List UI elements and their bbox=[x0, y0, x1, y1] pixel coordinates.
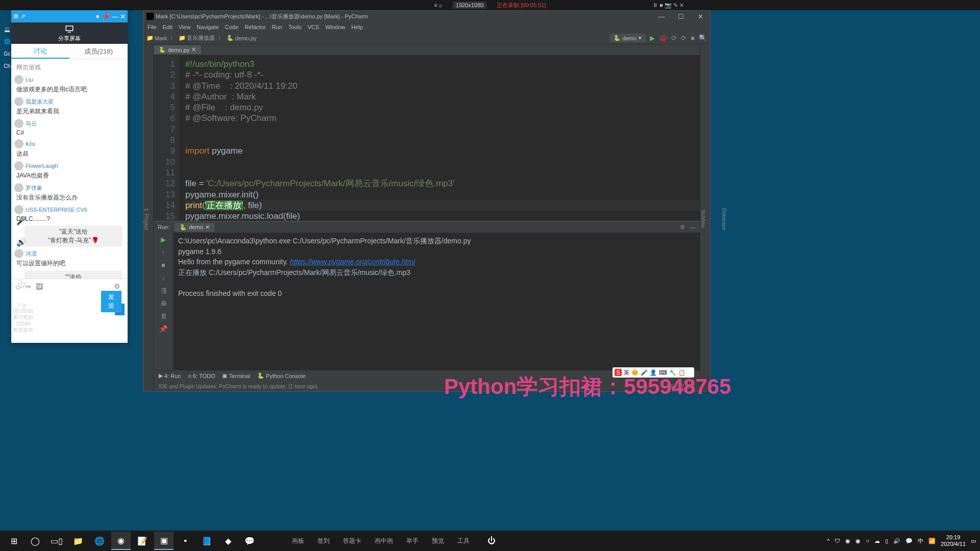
desktop-shortcuts: 💻🌐GcCh bbox=[2, 27, 12, 73]
chat-message: 罗佳豪没有音乐播放器怎么办 bbox=[14, 183, 125, 202]
stop-icon[interactable]: ■ bbox=[161, 261, 165, 269]
power-icon[interactable]: ⏻ bbox=[15, 279, 28, 291]
terminal-icon[interactable]: ▪ bbox=[176, 532, 195, 550]
svg-rect-0 bbox=[66, 26, 73, 31]
todo-tool-button[interactable]: ≡ 6: TODO bbox=[188, 373, 215, 379]
taskview-icon[interactable]: ▭▯ bbox=[47, 532, 66, 550]
pygame-link[interactable]: https://www.pygame.org/contribute.html bbox=[290, 258, 415, 266]
trash-icon[interactable]: 🗑 bbox=[160, 312, 167, 320]
power-icon[interactable]: ⏻ bbox=[482, 532, 501, 550]
resolution-badge: 980x551 bbox=[453, 2, 486, 9]
host-tool[interactable]: 工具 bbox=[457, 537, 470, 545]
menu-window[interactable]: Window bbox=[325, 24, 345, 30]
window-title: Mark [C:\Users\pc\PycharmProjects\Mark] … bbox=[156, 13, 368, 20]
windows-taskbar: ⊞ ◯ ▭▯ 📁 🌐 ◉ 📝 ▣ ▪ 📘 ◆ 💬 画板签到答题卡画中画举手预览工… bbox=[0, 531, 980, 551]
explorer-icon[interactable]: 📁 bbox=[68, 532, 88, 550]
cortana-icon[interactable]: ◯ bbox=[26, 532, 45, 550]
menu-file[interactable]: File bbox=[148, 24, 157, 30]
host-tool[interactable]: 答题卡 bbox=[343, 537, 361, 545]
editor-tabs: 🐍 demo.py ✕ bbox=[154, 44, 700, 56]
breadcrumb[interactable]: 📁 Mark〉 📁 音乐播放器〉 🐍 demo.py bbox=[146, 34, 257, 42]
ime-toolbar[interactable]: S英😊🎤👤⌨🔧📋 bbox=[612, 367, 694, 378]
share-screen-button[interactable]: 分享屏幕 bbox=[11, 22, 128, 44]
chat-message-list[interactable]: 网页游戏 Liu做游戏更多的是用c语言吧我是派大星是兄弟就来看我马云C#Kris… bbox=[11, 59, 128, 279]
host-tool[interactable]: 画中画 bbox=[375, 537, 393, 545]
menu-tools[interactable]: Tools bbox=[288, 24, 302, 30]
screen-topbar: ≡ ⌕ 980x551 正在录制 [00:05:51] ⏸ ■ 📷 ✎ ✕ bbox=[0, 0, 980, 10]
chat-tabs: 讨论 成员(218) bbox=[11, 44, 128, 59]
chat-message: Kris达叔 bbox=[14, 139, 125, 158]
chat-side-toolbar: 🎤 🔊 ♫ ⏻ 下课 bbox=[15, 214, 28, 312]
volume-icon[interactable]: 🔊 bbox=[15, 236, 28, 248]
chat-message: FlowerLaughJAVA也挺香 bbox=[14, 161, 125, 180]
chat-icon[interactable]: 💬 bbox=[240, 532, 259, 550]
menu-vcs[interactable]: VCS bbox=[308, 24, 320, 30]
status-message[interactable]: IDE and Plugin Updates: PyCharm is ready… bbox=[159, 383, 317, 389]
coverage-icon[interactable]: ⟳ bbox=[671, 34, 677, 42]
notes-icon[interactable]: 📘 bbox=[197, 532, 216, 550]
pin-icon[interactable]: 📌 bbox=[159, 325, 167, 333]
pycharm-icon[interactable]: ▣ bbox=[154, 532, 174, 550]
down-icon[interactable]: ↓ bbox=[162, 274, 165, 282]
app-icon[interactable]: ◉ bbox=[111, 532, 131, 550]
console-output[interactable]: C:\Users\pc\Anaconda3\python.exe C:/User… bbox=[173, 233, 700, 370]
hide-icon[interactable]: — bbox=[690, 224, 696, 231]
menu-navigate[interactable]: Navigate bbox=[197, 24, 218, 30]
menu-bar: FileEditViewNavigateCodeRefactorRunTools… bbox=[143, 22, 710, 32]
rerun-icon[interactable]: ▶ bbox=[161, 236, 166, 243]
menu-help[interactable]: Help bbox=[351, 24, 363, 30]
image-icon[interactable]: 🖼 bbox=[36, 283, 43, 291]
window-titlebar[interactable]: Mark [C:\Users\pc\PycharmProjects\Mark] … bbox=[143, 11, 710, 22]
run-icon[interactable]: ▶ bbox=[650, 34, 655, 42]
system-tray[interactable]: ^🛡◉◉○☁▯🔊💬中📶 20:192020/4/11 ▭ bbox=[827, 534, 976, 547]
menu-refactor[interactable]: Refactor bbox=[244, 24, 266, 30]
menu-code[interactable]: Code bbox=[225, 24, 238, 30]
settings-icon[interactable]: ◆ bbox=[218, 532, 238, 550]
chat-message: Liu做游戏更多的是用c语言吧 bbox=[14, 75, 125, 94]
gift-bubble: "蓝天"送给"青灯教育-马克"🌹 bbox=[24, 226, 122, 247]
gear-icon[interactable]: ⚙ bbox=[114, 282, 120, 291]
search-icon[interactable]: 🔍 bbox=[699, 34, 707, 42]
run-config-selector[interactable]: 🐍 demo ▾ bbox=[609, 34, 646, 42]
stop-icon[interactable]: ■ bbox=[691, 34, 695, 42]
host-tool[interactable]: 签到 bbox=[317, 537, 330, 545]
right-tool-gutter[interactable]: SciView Database bbox=[700, 44, 710, 391]
print-icon[interactable]: 🖶 bbox=[160, 299, 167, 307]
menu-edit[interactable]: Edit bbox=[163, 24, 173, 30]
tab-discuss[interactable]: 讨论 bbox=[11, 44, 69, 59]
profile-icon[interactable]: ⟳ bbox=[681, 34, 687, 42]
mic-icon[interactable]: 🎤 bbox=[15, 214, 28, 227]
chat-titlebar[interactable]: ⚙ ↗ ▾ 📌 — ✕ bbox=[11, 10, 128, 22]
start-button[interactable]: ⊞ bbox=[4, 532, 23, 550]
host-tool[interactable]: 预览 bbox=[432, 537, 444, 545]
host-tool[interactable]: 举手 bbox=[406, 537, 419, 545]
music-icon[interactable]: ♫ bbox=[15, 257, 28, 269]
close-button[interactable]: ✕ bbox=[691, 11, 710, 22]
minimize-button[interactable]: — bbox=[652, 11, 671, 22]
debug-icon[interactable]: 🐞 bbox=[659, 34, 667, 42]
run-tool-button[interactable]: ▶ 4: Run bbox=[159, 372, 181, 379]
host-tool[interactable]: 画板 bbox=[292, 537, 304, 545]
send-button[interactable]: 发送 bbox=[101, 291, 121, 312]
code-editor[interactable]: 1234567891011121314151617 #!/usr/bin/pyt… bbox=[154, 56, 700, 221]
chrome-icon[interactable]: 🌐 bbox=[90, 532, 109, 550]
maximize-button[interactable]: ☐ bbox=[671, 11, 691, 22]
up-icon[interactable]: ↑ bbox=[162, 248, 165, 256]
code-area[interactable]: #!/usr/bin/python3 # -*- coding: utf-8 -… bbox=[179, 56, 700, 221]
menu-run[interactable]: Run bbox=[272, 24, 282, 30]
editor-tab[interactable]: 🐍 demo.py ✕ bbox=[154, 45, 202, 54]
chat-message: USS-ENTERPRISE CV6DDLC........? bbox=[14, 205, 125, 222]
chat-message: 我是派大星是兄弟就来看我 bbox=[14, 97, 125, 116]
left-tool-gutter[interactable]: 1: Project bbox=[143, 44, 154, 391]
pyconsole-tool-button[interactable]: 🐍 Python Console bbox=[257, 372, 306, 379]
terminal-tool-button[interactable]: ▣ Terminal bbox=[222, 372, 250, 379]
tab-members[interactable]: 成员(218) bbox=[69, 44, 128, 59]
chat-message: 马云C# bbox=[14, 119, 125, 136]
clock[interactable]: 20:192020/4/11 bbox=[941, 534, 966, 547]
recording-status: 正在录制 [00:05:51] bbox=[497, 2, 546, 9]
gear-icon[interactable]: ⚙ bbox=[680, 224, 685, 231]
notepad-icon[interactable]: 📝 bbox=[133, 532, 152, 550]
pycharm-window: Mark [C:\Users\pc\PycharmProjects\Mark] … bbox=[143, 10, 710, 392]
menu-view[interactable]: View bbox=[179, 24, 191, 30]
filter-icon[interactable]: ⇶ bbox=[161, 287, 166, 294]
